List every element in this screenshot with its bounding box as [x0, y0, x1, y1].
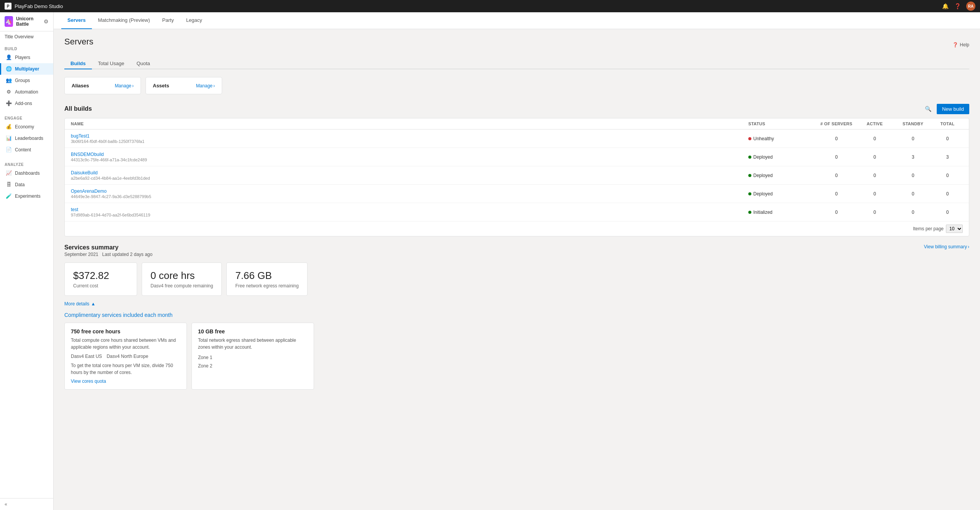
sub-tab-total-usage[interactable]: Total Usage [92, 58, 131, 69]
tab-party[interactable]: Party [156, 12, 180, 29]
row4-servers: 0 [817, 191, 856, 197]
col-standby: Standby [894, 121, 932, 126]
view-billing-link[interactable]: View billing summary › [924, 244, 969, 249]
groups-icon: 👥 [6, 77, 12, 84]
cards-row: Aliases Manage › Assets Manage › [64, 77, 969, 94]
new-build-button[interactable]: New build [937, 104, 969, 114]
bell-icon[interactable]: 🔔 [942, 3, 949, 10]
question-icon[interactable]: ❓ [954, 3, 961, 10]
table-row: BNSDEMObuild 44313c9c-75fe-466f-a71a-34c… [65, 148, 969, 166]
row3-status: Deployed [748, 173, 817, 178]
help-icon: ❓ [952, 42, 958, 48]
collapse-arrow-icon: « [5, 502, 7, 507]
addons-icon: ➕ [6, 100, 12, 107]
row3-standby: 0 [894, 173, 932, 178]
row5-build-name[interactable]: test [71, 207, 748, 212]
metric-cost-label: Current cost [73, 283, 128, 289]
brand-icon: 🦄 [5, 16, 13, 27]
help-button[interactable]: ❓ Help [952, 42, 969, 48]
sidebar-item-players-label: Players [15, 55, 30, 60]
services-month: September 2021 [64, 252, 98, 257]
sidebar-item-dashboards[interactable]: 📈 Dashboards [0, 167, 53, 179]
sidebar-section-build: BUILD 👤 Players 🌐 Multiplayer 👥 Groups ⚙… [0, 42, 53, 112]
sidebar-item-economy[interactable]: 💰 Economy [0, 121, 53, 133]
page-title: Servers [64, 37, 93, 47]
sub-tab-quota[interactable]: Quota [130, 58, 156, 69]
all-builds-title: All builds [64, 105, 92, 112]
aliases-manage-arrow: › [132, 83, 134, 89]
assets-title: Assets [153, 83, 169, 89]
row5-status: Initialized [748, 210, 817, 215]
row4-total: 0 [932, 191, 963, 197]
title-overview-label: Title Overview [5, 34, 34, 39]
table-row: OpenArenaDemo 44649e3e-9847-4c27-9a36-d3… [65, 185, 969, 203]
comp-card-hours: 750 free core hours Total compute core h… [64, 323, 187, 390]
brand-name: Unicorn Battle [16, 16, 41, 27]
sidebar-item-multiplayer[interactable]: 🌐 Multiplayer [0, 63, 53, 75]
services-summary-header: Services summary September 2021 Last upd… [64, 244, 969, 257]
items-per-page-select[interactable]: 10 25 50 [946, 225, 963, 233]
row3-build-name[interactable]: DaisukeBuild [71, 170, 748, 175]
row1-build-id: 3b06f164-f0df-4b0f-ba8b-1250f7376fa1 [71, 139, 748, 144]
sidebar-item-content[interactable]: 📄 Content [0, 144, 53, 156]
view-cores-quota-link[interactable]: View cores quota [71, 379, 106, 384]
row2-build-name[interactable]: BNSDEMObuild [71, 152, 748, 157]
row4-status-label: Deployed [753, 191, 773, 197]
more-details-toggle[interactable]: More details ▲ [64, 301, 969, 307]
leaderboards-icon: 📊 [6, 135, 12, 141]
zone1-label: Zone 1 [198, 354, 308, 362]
metric-card-compute: 0 core hrs Dasv4 free compute remaining [142, 262, 222, 296]
avatar[interactable]: RA [966, 2, 975, 11]
tab-matchmaking[interactable]: Matchmaking (Preview) [92, 12, 156, 29]
table-row: bugTest1 3b06f164-f0df-4b0f-ba8b-1250f73… [65, 130, 969, 148]
metrics-row: $372.82 Current cost 0 core hrs Dasv4 fr… [64, 262, 969, 296]
row1-build-name[interactable]: bugTest1 [71, 133, 748, 139]
row1-status-label: Unhealthy [753, 136, 774, 141]
search-icon-button[interactable]: 🔍 [923, 103, 934, 114]
view-billing-arrow: › [968, 244, 969, 249]
metric-card-cost: $372.82 Current cost [64, 262, 137, 296]
topbar-right: 🔔 ❓ RA [942, 2, 975, 11]
automation-icon: ⚙ [6, 89, 12, 95]
row4-status: Deployed [748, 191, 817, 197]
builds-table: Name Status # of servers Active Standby … [64, 118, 969, 236]
aliases-manage-link[interactable]: Manage › [115, 83, 134, 89]
all-builds-header: All builds 🔍 New build [64, 103, 969, 114]
content-area: Servers Matchmaking (Preview) Party Lega… [54, 12, 980, 510]
row1-status-dot [748, 137, 751, 140]
sidebar-item-leaderboards[interactable]: 📊 Leaderboards [0, 133, 53, 144]
sidebar-item-data-label: Data [15, 182, 25, 187]
sidebar-item-content-label: Content [15, 147, 31, 153]
table-header: Name Status # of servers Active Standby … [65, 118, 969, 130]
col-name: Name [71, 121, 748, 126]
tab-servers[interactable]: Servers [61, 12, 92, 29]
sidebar-item-experiments[interactable]: 🧪 Experiments [0, 190, 53, 202]
row5-status-dot [748, 211, 751, 214]
assets-card: Assets Manage › [146, 77, 222, 94]
sidebar-item-data[interactable]: 🗄 Data [0, 179, 53, 190]
sidebar-item-players[interactable]: 👤 Players [0, 52, 53, 63]
row3-status-label: Deployed [753, 173, 773, 178]
sidebar-item-addons[interactable]: ➕ Add-ons [0, 98, 53, 109]
all-builds-actions: 🔍 New build [923, 103, 969, 114]
comp-region-north: Dasv4 North Europe [106, 354, 148, 359]
sidebar-item-automation[interactable]: ⚙ Automation [0, 86, 53, 98]
col-active: Active [856, 121, 894, 126]
row5-status-label: Initialized [753, 210, 772, 215]
brand-settings-icon[interactable]: ⚙ [44, 18, 49, 25]
playfab-logo: P [5, 3, 11, 10]
row5-standby: 0 [894, 210, 932, 215]
row4-build-name[interactable]: OpenArenaDemo [71, 189, 748, 194]
metric-compute-label: Dasv4 free compute remaining [151, 283, 213, 289]
assets-manage-link[interactable]: Manage › [196, 83, 215, 89]
sidebar-item-title-overview[interactable]: Title Overview [0, 31, 53, 42]
sub-tab-builds[interactable]: Builds [64, 58, 92, 69]
comp-row: 750 free core hours Total compute core h… [64, 323, 969, 390]
row4-standby: 0 [894, 191, 932, 197]
sidebar-section-engage-label: ENGAGE [0, 114, 53, 121]
tab-legacy[interactable]: Legacy [180, 12, 208, 29]
sidebar-collapse-btn[interactable]: « [0, 498, 53, 510]
sidebar-item-groups[interactable]: 👥 Groups [0, 75, 53, 86]
services-date: September 2021 Last updated 2 days ago [64, 252, 152, 257]
row5-name-cell: test 97d989ab-6194-4d70-aa2f-6e6bd354611… [71, 207, 748, 217]
